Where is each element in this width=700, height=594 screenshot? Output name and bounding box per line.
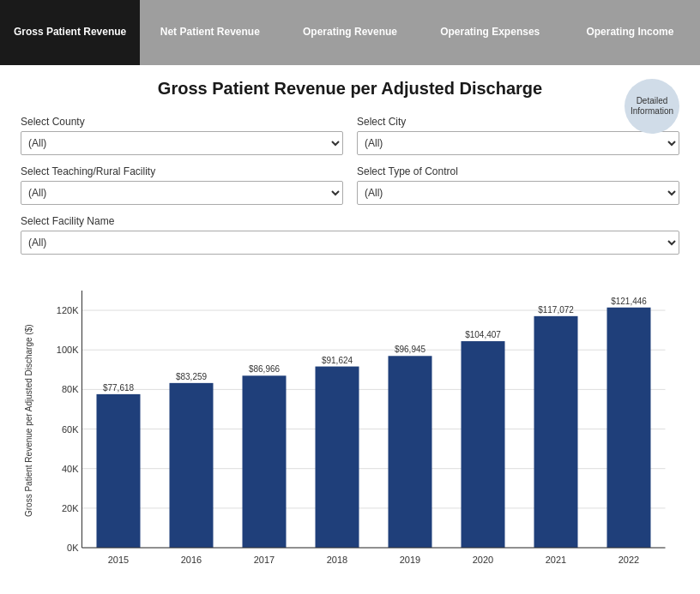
bar-label-2019: $96,945 xyxy=(395,345,426,354)
facility-name-filter-group: Select Facility Name (All) xyxy=(21,215,679,255)
nav-tab-gross-patient-revenue[interactable]: Gross Patient Revenue xyxy=(0,0,140,65)
svg-text:0K: 0K xyxy=(67,543,79,553)
nav-tab-operating-expenses[interactable]: Operating Expenses xyxy=(420,0,560,65)
x-label-2018: 2018 xyxy=(327,555,347,565)
svg-text:100K: 100K xyxy=(57,345,79,355)
page-title: Gross Patient Revenue per Adjusted Disch… xyxy=(158,79,542,99)
x-label-2022: 2022 xyxy=(619,555,639,565)
svg-text:80K: 80K xyxy=(62,384,79,394)
county-filter-group: Select County (All) xyxy=(21,116,343,155)
filter-row-1: Select County (All) Select City (All) xyxy=(21,116,679,155)
teaching-rural-filter-group: Select Teaching/Rural Facility (All) xyxy=(21,165,343,205)
svg-text:40K: 40K xyxy=(62,464,79,474)
county-select[interactable]: (All) xyxy=(21,131,343,155)
x-label-2015: 2015 xyxy=(108,555,129,565)
chart-inner: 0K20K40K60K80K100K120K$77,6182015$83,259… xyxy=(33,265,679,577)
svg-text:120K: 120K xyxy=(57,305,79,315)
svg-text:20K: 20K xyxy=(62,503,79,513)
teaching-rural-select[interactable]: (All) xyxy=(21,181,343,205)
x-label-2017: 2017 xyxy=(254,555,275,565)
bar-label-2021: $117,072 xyxy=(538,305,574,315)
type-control-filter-group: Select Type of Control (All) xyxy=(357,165,679,205)
teaching-rural-label: Select Teaching/Rural Facility xyxy=(21,165,343,177)
bar-2022 xyxy=(607,308,651,548)
facility-name-select[interactable]: (All) xyxy=(21,231,679,255)
filter-row-2: Select Teaching/Rural Facility (All) Sel… xyxy=(21,165,679,205)
chart-container: Gross Patient Revenue per Adjusted Disch… xyxy=(21,265,679,577)
detailed-information-button[interactable]: Detailed Information xyxy=(625,79,679,134)
facility-name-label: Select Facility Name xyxy=(21,215,679,227)
filter-row-3: Select Facility Name (All) xyxy=(21,215,679,255)
y-axis-label: Gross Patient Revenue per Adjusted Disch… xyxy=(21,265,33,577)
bar-chart: 0K20K40K60K80K100K120K$77,6182015$83,259… xyxy=(33,265,679,573)
x-axis-labels xyxy=(33,573,679,577)
bar-2018 xyxy=(316,367,359,548)
bar-label-2018: $91,624 xyxy=(322,356,353,365)
bar-label-2020: $104,407 xyxy=(465,330,501,339)
county-label: Select County xyxy=(21,116,343,128)
main-content: Gross Patient Revenue per Adjusted Disch… xyxy=(0,65,700,591)
nav-tab-operating-revenue[interactable]: Operating Revenue xyxy=(280,0,419,65)
bar-2015 xyxy=(97,394,141,548)
bar-2021 xyxy=(534,316,578,548)
bar-label-2016: $83,259 xyxy=(176,372,208,381)
title-area: Gross Patient Revenue per Adjusted Disch… xyxy=(21,79,679,99)
type-control-label: Select Type of Control xyxy=(357,165,679,177)
nav-tab-operating-income[interactable]: Operating Income xyxy=(560,0,700,65)
bar-2020 xyxy=(462,341,505,548)
nav-tab-net-patient-revenue[interactable]: Net Patient Revenue xyxy=(140,0,280,65)
city-select[interactable]: (All) xyxy=(357,131,679,155)
svg-text:60K: 60K xyxy=(62,424,79,435)
bar-2017 xyxy=(243,375,287,548)
bar-label-2015: $77,618 xyxy=(103,383,135,393)
x-label-2019: 2019 xyxy=(400,555,420,565)
x-label-2021: 2021 xyxy=(546,555,566,565)
bar-2019 xyxy=(389,356,432,548)
bar-2016 xyxy=(170,383,214,548)
x-label-2020: 2020 xyxy=(473,555,493,565)
x-label-2016: 2016 xyxy=(181,555,202,565)
bar-label-2022: $121,446 xyxy=(611,297,647,306)
nav-tabs: Gross Patient RevenueNet Patient Revenue… xyxy=(0,0,700,65)
type-control-select[interactable]: (All) xyxy=(357,181,679,205)
filters-section: Select County (All) Select City (All) Se… xyxy=(21,116,679,255)
bar-label-2017: $86,966 xyxy=(249,364,281,374)
